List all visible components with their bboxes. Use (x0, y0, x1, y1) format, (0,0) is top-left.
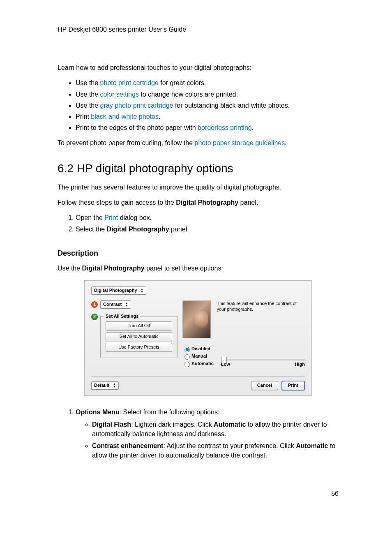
link-photo-paper-storage[interactable]: photo paper storage guidelines (195, 139, 285, 146)
radio-automatic[interactable]: Automatic (182, 360, 214, 367)
text: . (252, 124, 254, 131)
turn-all-off-button[interactable]: Turn All Off (106, 321, 172, 330)
text: dialog box. (118, 214, 152, 221)
tip-item: Use the gray photo print cartridge for o… (76, 101, 339, 110)
text: Use the (76, 102, 100, 109)
contrast-slider[interactable] (221, 359, 305, 360)
page-number: 56 (58, 489, 339, 498)
paragraph: Use the Digital Photography panel to set… (58, 263, 339, 273)
text: To prevent photo paper from curling, fol… (58, 139, 195, 146)
link-print-dialog[interactable]: Print (104, 214, 118, 221)
bold-text: Automatic (296, 442, 328, 449)
doc-header: HP Deskjet 6800 series printer User's Gu… (58, 25, 339, 34)
tip-item: Print black-and-white photos. (76, 112, 339, 121)
panel-selector-row: Digital Photography ▲▼ (91, 287, 305, 295)
slider-thumb[interactable] (221, 357, 227, 363)
options-description-list: Options Menu: Select from the following … (58, 407, 339, 460)
link-photo-print-cartridge[interactable]: photo print cartridge (100, 79, 159, 86)
text: Print to the edges of the photo paper wi… (76, 124, 198, 131)
callout-2-icon: 2 (91, 314, 98, 320)
section-title: 6.2 HP digital photography options (58, 160, 339, 177)
panel-combo[interactable]: Digital Photography ▲▼ (91, 287, 146, 295)
link-color-settings[interactable]: color settings (100, 91, 139, 98)
digital-photography-dialog: Digital Photography ▲▼ 1 Contrast ▲▼ 2 S… (84, 280, 312, 396)
bold-text: Digital Photography (82, 265, 145, 272)
suboption-item: Contrast enhancement: Adjust the contras… (92, 441, 339, 460)
tip-item: Use the color settings to change how col… (76, 90, 339, 99)
radio-disabled[interactable]: Disabled (182, 346, 214, 352)
dialog-left-column: 1 Contrast ▲▼ 2 Set All Settings Turn Al… (91, 300, 178, 368)
text: to change how colors are printed. (139, 91, 238, 98)
photo-preview (182, 300, 211, 338)
slider-high-label: High (295, 361, 305, 368)
fieldset-legend: Set All Settings (104, 313, 140, 320)
text: Select the (76, 226, 107, 233)
link-borderless-printing[interactable]: borderless printing (198, 124, 252, 131)
callout-1-icon: 1 (91, 301, 98, 308)
description-heading: Description (58, 248, 339, 259)
set-all-settings-group: Set All Settings Turn All Off Set All to… (100, 316, 178, 358)
text: : Adjust the contrast to your preference… (163, 442, 296, 449)
text: panel. (238, 199, 258, 206)
tip-item: Use the photo print cartridge for great … (76, 78, 339, 88)
bold-text: Digital Photography (176, 199, 238, 206)
options-menu-combo[interactable]: Contrast ▲▼ (100, 300, 131, 309)
radio-label: Disabled (191, 346, 210, 351)
step-item: Select the Digital Photography panel. (76, 224, 339, 234)
link-gray-photo-print-cartridge[interactable]: gray photo print cartridge (100, 102, 173, 109)
text: for outstanding black-and-white photos. (173, 102, 290, 109)
bold-text: Contrast enhancement (92, 442, 163, 449)
option-sublist: Digital Flash: Lighten dark images. Clic… (76, 420, 339, 460)
feature-description: This feature will enhance the contrast o… (217, 300, 305, 312)
text: . (285, 139, 286, 146)
dialog-footer: Default ▲▼ Cancel Print (91, 381, 305, 390)
combo-label: Digital Photography (94, 287, 137, 294)
text: for great colors. (159, 79, 206, 86)
tip-item: Print to the edges of the photo paper wi… (76, 123, 339, 132)
radio-input[interactable] (184, 354, 190, 360)
radio-manual[interactable]: Manual (182, 353, 214, 360)
paragraph: Follow these steps to gain access to the… (58, 198, 339, 207)
radio-label: Manual (191, 354, 207, 358)
text: Use the (58, 265, 82, 272)
suboption-item: Digital Flash: Lighten dark images. Clic… (92, 420, 339, 439)
cancel-button[interactable]: Cancel (251, 381, 278, 390)
text: Use the (76, 91, 100, 98)
bold-text: Digital Photography (107, 226, 169, 233)
text: Print (76, 113, 91, 120)
radio-input[interactable] (184, 362, 190, 367)
intro-paragraph: Learn how to add professional touches to… (58, 63, 339, 72)
bold-text: Digital Flash (92, 421, 131, 428)
text: : Select from the following options: (120, 409, 220, 416)
dialog-right-column: This feature will enhance the contrast o… (182, 300, 305, 368)
slider-track[interactable] (221, 359, 305, 360)
mode-radio-group: Disabled Manual Automatic (182, 345, 214, 368)
option-item: Options Menu: Select from the following … (76, 407, 339, 460)
text: panel to set these options: (145, 265, 223, 272)
steps-list: Open the Print dialog box. Select the Di… (58, 213, 339, 233)
link-bw-photos[interactable]: black-and-white photos (91, 113, 159, 120)
print-button[interactable]: Print (281, 381, 305, 390)
text: panel. (169, 226, 189, 233)
radio-input[interactable] (184, 347, 190, 352)
preset-combo[interactable]: Default ▲▼ (91, 381, 119, 390)
text: Open the (76, 214, 104, 221)
set-all-automatic-button[interactable]: Set All to Automatic (106, 332, 172, 341)
bold-text: Automatic (214, 421, 246, 428)
prevent-curling-paragraph: To prevent photo paper from curling, fol… (58, 138, 339, 148)
chevron-updown-icon: ▲▼ (113, 383, 116, 388)
text: : Lighten dark images. Click (131, 421, 214, 428)
combo-label: Contrast (103, 301, 122, 308)
text: Use the (76, 79, 100, 86)
chevron-updown-icon: ▲▼ (125, 302, 128, 307)
text: . (159, 113, 160, 120)
combo-label: Default (94, 382, 109, 389)
bold-text: Options Menu (76, 409, 120, 416)
use-factory-presets-button[interactable]: Use Factory Presets (106, 343, 172, 352)
text: Follow these steps to gain access to the (58, 199, 176, 206)
separator (91, 376, 305, 377)
paragraph: The printer has several features to impr… (58, 183, 339, 192)
step-item: Open the Print dialog box. (76, 213, 339, 222)
radio-label: Automatic (191, 361, 214, 366)
tips-list: Use the photo print cartridge for great … (58, 78, 339, 132)
